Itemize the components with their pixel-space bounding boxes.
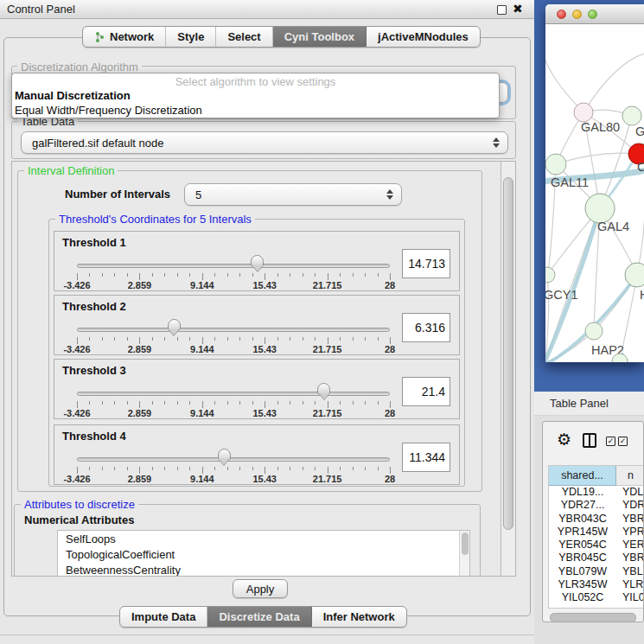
slider-scale-label: 28 [385, 280, 395, 290]
cell-name[interactable]: YBL0 [616, 565, 644, 578]
window-zoom-button[interactable] [588, 10, 597, 19]
tab-select[interactable]: Select [216, 27, 272, 47]
slider-minor-tick [290, 401, 290, 405]
slider-major-tick [265, 273, 265, 280]
table-row[interactable]: YIL052CYIL0 [549, 591, 644, 604]
slider-thumb[interactable] [218, 449, 231, 460]
cell-name[interactable]: YIL0 [616, 591, 644, 604]
cell-shared-name[interactable]: YBR043C [549, 513, 616, 526]
cell-name[interactable]: YLR3 [616, 578, 644, 591]
algorithm-option-manual[interactable]: Manual Discretization [15, 89, 131, 102]
tab-network[interactable]: Network [83, 27, 166, 47]
network-node-gal80[interactable] [574, 103, 593, 122]
window-minimize-button[interactable] [572, 10, 582, 19]
window-close-button[interactable] [557, 10, 566, 19]
network-edge[interactable] [556, 153, 639, 164]
network-node-ga[interactable] [622, 106, 641, 125]
table-data-combobox[interactable]: galFiltered.sif default node [21, 131, 508, 154]
network-window-titlebar[interactable] [545, 4, 644, 24]
float-window-icon[interactable] [497, 5, 507, 15]
network-edge[interactable] [583, 54, 644, 112]
cell-shared-name[interactable]: YBL079W [549, 565, 616, 578]
network-node-gcy1[interactable] [545, 267, 555, 283]
table-row[interactable]: YDL19...YDL1 [549, 486, 644, 499]
slider-track[interactable] [77, 264, 390, 268]
slider-track[interactable] [77, 328, 390, 332]
slider-major-tick [77, 401, 78, 408]
network-edge[interactable] [545, 48, 583, 112]
cell-name[interactable]: YER0 [616, 539, 644, 552]
threshold-value-field[interactable] [402, 377, 450, 406]
cell-name[interactable]: YPR1 [616, 526, 644, 539]
cell-name[interactable]: YDR2 [616, 499, 644, 512]
table-row[interactable]: YER054CYER0 [549, 539, 644, 552]
tab-cyni-toolbox[interactable]: Cyni Toolbox [273, 27, 367, 47]
table-row[interactable]: YLR345WYLR3 [549, 578, 644, 591]
slider-scale-label: -3.426 [63, 280, 90, 290]
network-node-gal11[interactable] [545, 154, 566, 175]
slider-track[interactable] [77, 392, 390, 396]
tab-jactivemnodules[interactable]: jActiveMNodules [367, 27, 480, 47]
numerical-attributes-list[interactable]: SelfLoopsTopologicalCoefficientBetweenne… [57, 530, 470, 576]
tab-impute-data[interactable]: Impute Data [120, 607, 207, 627]
slider-minor-tick [189, 467, 190, 470]
network-node-hap2[interactable] [585, 322, 603, 340]
attribute-list-item[interactable]: SelfLoops [58, 531, 469, 546]
slider-scale-label: 28 [385, 344, 395, 354]
slider-minor-tick [277, 467, 278, 470]
cell-shared-name[interactable]: YIL052C [549, 591, 616, 604]
attribute-list-item[interactable]: BetweennessCentrality [58, 562, 469, 576]
threshold-value-field[interactable] [402, 443, 450, 472]
tab-infer-network[interactable]: Infer Network [312, 607, 406, 627]
scrollbar-thumb[interactable] [462, 532, 469, 555]
cell-shared-name[interactable]: YDL19... [549, 486, 616, 499]
apply-button[interactable]: Apply [233, 579, 288, 598]
cell-name[interactable]: YDL1 [616, 486, 644, 499]
cell-name[interactable]: YBR0 [616, 513, 644, 526]
close-icon[interactable]: ✖ [513, 2, 523, 16]
split-view-icon[interactable] [583, 433, 596, 448]
right-side-area: GAL80GACGAL11GAL4GCY1HAHAP2 Table Panel … [534, 0, 644, 644]
cell-name[interactable]: YBR0 [616, 552, 644, 564]
combo-arrows-icon [493, 137, 500, 148]
slider-thumb[interactable] [168, 319, 181, 330]
attributes-list-scrollbar[interactable] [459, 531, 469, 576]
slider-minor-tick [290, 273, 290, 277]
threshold-value-field[interactable] [402, 313, 450, 342]
threshold-value-field[interactable] [402, 249, 450, 278]
cell-shared-name[interactable]: YPR145W [549, 526, 616, 539]
scrollbar-thumb[interactable] [503, 177, 513, 530]
settings-vertical-scrollbar[interactable] [501, 162, 515, 576]
network-canvas[interactable]: GAL80GACGAL11GAL4GCY1HAHAP2 [545, 24, 644, 362]
checkbox-checked-icon[interactable]: ✓ [618, 437, 628, 446]
table-row[interactable]: YPR145WYPR1 [549, 526, 644, 539]
tab-style[interactable]: Style [166, 27, 216, 47]
cell-shared-name[interactable]: YER054C [549, 539, 616, 552]
network-node-ha[interactable] [625, 263, 644, 287]
checkbox-checked-icon[interactable]: ✓ [606, 437, 615, 446]
table-row[interactable]: YDR27...YDR2 [549, 499, 644, 512]
column-header-shared-name[interactable]: shared... [549, 466, 616, 486]
slider-track[interactable] [77, 457, 390, 462]
column-header-name[interactable]: n [616, 466, 644, 486]
cell-shared-name[interactable]: YBR045C [549, 552, 616, 564]
tab-discretize-data[interactable]: Discretize Data [207, 607, 311, 627]
algorithm-option-equal-width[interactable]: Equal Width/Frequency Discretization [15, 104, 202, 117]
cell-shared-name[interactable]: YDR27... [549, 499, 616, 512]
attribute-list-item[interactable]: TopologicalCoefficient [58, 546, 469, 562]
slider-minor-tick [303, 273, 303, 277]
table-row[interactable]: YBL079WYBL0 [549, 565, 644, 578]
number-of-intervals-combobox[interactable]: 5 [184, 183, 402, 206]
slider-thumb[interactable] [251, 255, 264, 266]
gear-icon[interactable]: ⚙ [557, 430, 571, 450]
slider-major-tick [390, 273, 391, 280]
table-row[interactable]: YBR043CYBR0 [549, 513, 644, 526]
table-row[interactable]: YBR045CYBR0 [549, 552, 644, 564]
slider-minor-tick [189, 273, 190, 277]
network-view-window[interactable]: GAL80GACGAL11GAL4GCY1HAHAP2 [545, 4, 644, 362]
slider-thumb[interactable] [317, 383, 330, 394]
slider-major-tick [77, 467, 78, 474]
table-horizontal-scrollbar[interactable] [550, 613, 636, 622]
network-node-gal4[interactable] [585, 194, 615, 223]
cell-shared-name[interactable]: YLR345W [549, 578, 616, 591]
